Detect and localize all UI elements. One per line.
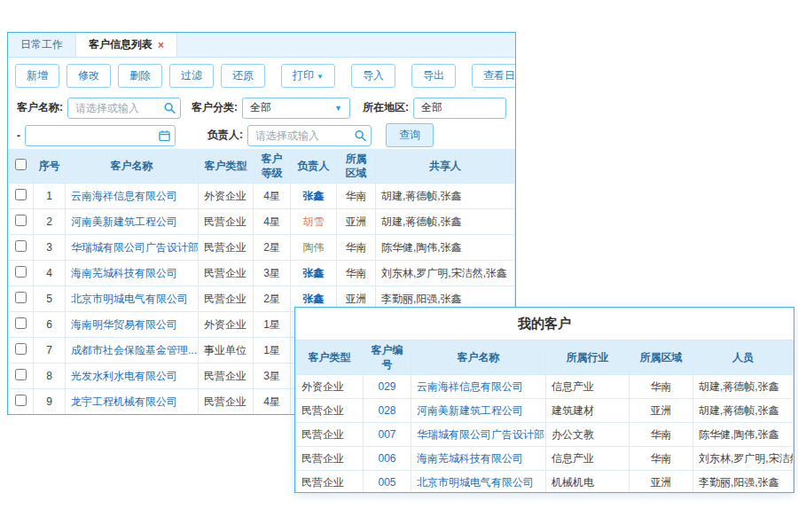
table-row[interactable]: 1 云南海祥信息有限公司 外资企业 4星 张鑫 华南 胡建,蒋德帧,张鑫 — [9, 184, 515, 209]
customer-code-link[interactable]: 005 — [378, 476, 395, 489]
calendar-icon[interactable] — [159, 129, 170, 141]
cell-code: 007 — [364, 423, 411, 447]
cell-name: 河南美新建筑工程公司 — [66, 209, 199, 235]
select-all-checkbox[interactable] — [15, 159, 27, 170]
cell-name: 龙宇工程机械有限公司 — [66, 389, 199, 415]
popup-row[interactable]: 外资企业 029 云南海祥信息有限公司 信息产业 华南 胡建,蒋德帧,张鑫 — [296, 375, 794, 399]
row-checkbox[interactable] — [15, 343, 27, 355]
cell-industry: 信息产业 — [546, 375, 630, 399]
import-button[interactable]: 导入 — [351, 64, 395, 88]
export-button[interactable]: 导出 — [411, 64, 456, 88]
cell-level: 2星 — [254, 286, 291, 312]
popup-header-row: 客户类型 客户编号 客户名称 所属行业 所属区域 人员 — [296, 341, 794, 375]
customer-name-link[interactable]: 河南美新建筑工程公司 — [71, 215, 177, 228]
cell-region: 华南 — [630, 447, 693, 471]
customer-name-link[interactable]: 云南海祥信息有限公司 — [417, 380, 523, 393]
customer-code-link[interactable]: 006 — [378, 452, 395, 465]
owner-link[interactable]: 胡雪 — [303, 215, 325, 228]
customer-name-link[interactable]: 海南芜城科技有限公司 — [71, 267, 177, 279]
cell-type: 外资企业 — [199, 312, 254, 338]
add-button[interactable]: 新增 — [15, 64, 59, 88]
cell-owner: 张鑫 — [291, 261, 337, 286]
popup-row[interactable]: 民营企业 007 华瑞城有限公司广告设计部 办公文教 华南 陈华健,陶伟,张鑫 — [296, 423, 794, 447]
cell-region: 华南 — [337, 261, 376, 286]
customer-name-link[interactable]: 龙宇工程机械有限公司 — [71, 395, 177, 408]
table-row[interactable]: 2 河南美新建筑工程公司 民营企业 4星 胡雪 亚洲 胡建,蒋德帧,张鑫 — [9, 209, 515, 235]
cell-owner: 胡雪 — [291, 209, 337, 235]
owner-link[interactable]: 张鑫 — [303, 267, 325, 279]
row-checkbox[interactable] — [15, 395, 27, 406]
cell-shared: 陈华健,陶伟,张鑫 — [376, 235, 515, 261]
caret-down-icon: ▼ — [317, 73, 324, 81]
cell-region: 亚洲 — [337, 209, 376, 235]
my-customers-table-wrap: 客户类型 客户编号 客户名称 所属行业 所属区域 人员 外资企业 029 云南海… — [295, 340, 794, 492]
customer-name-link[interactable]: 海南芜城科技有限公司 — [417, 452, 523, 465]
table-header-row: 序号 客户名称 客户类型 客户等级 负责人 所属区域 共享人 — [9, 150, 515, 184]
cell-industry: 建筑建材 — [546, 399, 630, 423]
popup-row[interactable]: 民营企业 028 河南美新建筑工程公司 建筑建材 亚洲 胡建,蒋德帧,张鑫 — [296, 399, 794, 423]
print-button[interactable]: 打印▼ — [281, 64, 335, 88]
customer-name-link[interactable]: 光发水利水电有限公司 — [71, 370, 177, 382]
customer-name-link[interactable]: 海南明华贸易有限公司 — [71, 318, 177, 331]
customer-name-link[interactable]: 华瑞城有限公司广告设计部 — [71, 241, 199, 254]
date-input[interactable] — [25, 125, 176, 146]
customer-name-link[interactable]: 华瑞城有限公司广告设计部 — [417, 428, 544, 441]
cell-name: 华瑞城有限公司广告设计部 — [66, 235, 199, 261]
tab-label: 客户信息列表 — [89, 37, 153, 52]
owner-link[interactable]: 张鑫 — [303, 293, 325, 305]
cell-type: 民营企业 — [296, 447, 364, 471]
owner-link[interactable]: 陶伟 — [303, 241, 325, 254]
row-checkbox[interactable] — [15, 189, 27, 200]
cell-type: 民营企业 — [199, 286, 254, 312]
tab-daily-work[interactable]: 日常工作 — [8, 33, 76, 57]
cell-type: 民营企业 — [199, 209, 254, 235]
row-checkbox[interactable] — [15, 369, 27, 380]
search-icon[interactable] — [355, 129, 366, 141]
restore-button[interactable]: 还原 — [221, 64, 265, 88]
row-checkbox[interactable] — [15, 266, 27, 278]
row-checkbox[interactable] — [15, 317, 27, 329]
customer-name-link[interactable]: 云南海祥信息有限公司 — [71, 190, 177, 202]
cell-shared: 胡建,蒋德帧,张鑫 — [376, 209, 515, 235]
row-checkbox[interactable] — [15, 215, 27, 226]
owner-input[interactable] — [247, 125, 372, 146]
cell-type: 民营企业 — [199, 389, 254, 415]
owner-link[interactable]: 张鑫 — [303, 190, 325, 202]
header-shared: 共享人 — [376, 150, 515, 184]
customer-name-link[interactable]: 河南美新建筑工程公司 — [417, 404, 523, 417]
table-row[interactable]: 4 海南芜城科技有限公司 民营企业 3星 张鑫 华南 刘东林,罗广明,宋洁然,张… — [9, 261, 515, 286]
district-select[interactable]: 全部 — [413, 98, 506, 119]
popup-row[interactable]: 民营企业 006 海南芜城科技有限公司 信息产业 华南 刘东林,罗广明,宋洁然.… — [296, 447, 794, 471]
owner-label: 负责人: — [207, 128, 243, 143]
cell-name: 北京市明城电气有限公司 — [411, 471, 546, 493]
customer-code-link[interactable]: 029 — [378, 380, 395, 393]
cell-type: 民营企业 — [296, 471, 364, 493]
view-log-button[interactable]: 查看日志 — [472, 64, 516, 88]
customer-code-link[interactable]: 007 — [378, 428, 395, 441]
cell-code: 005 — [364, 471, 411, 493]
customer-name-link[interactable]: 成都市社会保险基金管理... — [71, 344, 197, 356]
cell-name: 海南芜城科技有限公司 — [66, 261, 199, 286]
close-icon[interactable]: × — [158, 39, 164, 51]
cell-name: 光发水利水电有限公司 — [66, 364, 199, 389]
customer-category-select[interactable]: 全部 ▼ — [242, 98, 350, 119]
cell-level: 3星 — [254, 261, 291, 286]
customer-name-link[interactable]: 北京市明城电气有限公司 — [71, 293, 188, 305]
row-checkbox[interactable] — [15, 240, 27, 252]
table-row[interactable]: 3 华瑞城有限公司广告设计部 民营企业 2星 陶伟 华南 陈华健,陶伟,张鑫 — [9, 235, 515, 261]
customer-code-link[interactable]: 028 — [378, 404, 395, 417]
date-range-dash: - — [17, 129, 20, 142]
filter-row-1: 客户名称: 客户分类: 全部 ▼ 所在地区: 全部 — [8, 94, 515, 121]
cell-no: 8 — [34, 364, 66, 389]
tab-customer-list[interactable]: 客户信息列表 × — [76, 33, 177, 57]
cell-people: 陈华健,陶伟,张鑫 — [693, 423, 794, 447]
edit-button[interactable]: 修改 — [66, 64, 111, 88]
delete-button[interactable]: 删除 — [118, 64, 162, 88]
popup-row[interactable]: 民营企业 005 北京市明城电气有限公司 机械机电 亚洲 李勤丽,阳强,张鑫 — [296, 471, 794, 493]
search-icon[interactable] — [164, 102, 176, 113]
query-button[interactable]: 查询 — [386, 123, 434, 147]
customer-name-link[interactable]: 北京市明城电气有限公司 — [417, 476, 534, 489]
filter-button[interactable]: 过滤 — [169, 64, 214, 88]
cell-level: 4星 — [254, 389, 291, 415]
row-checkbox[interactable] — [15, 292, 27, 303]
